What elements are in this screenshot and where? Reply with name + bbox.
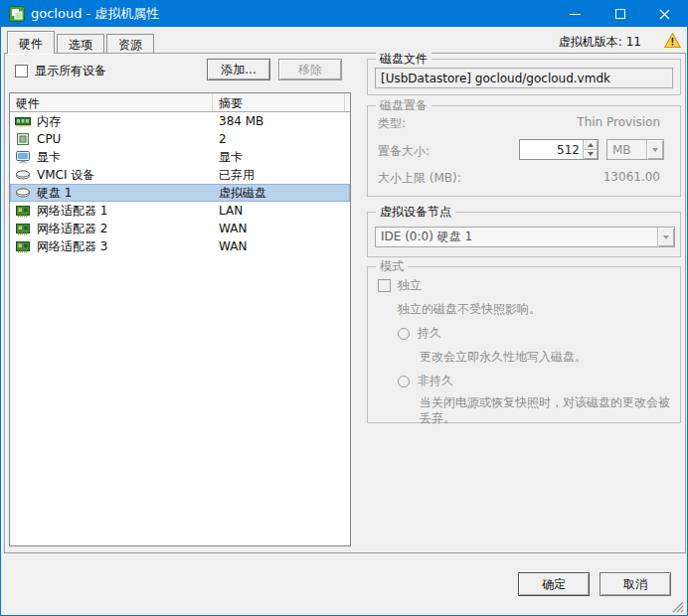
vm-version-label: 虚拟机版本: 11 bbox=[559, 34, 641, 51]
spinner-up-icon[interactable] bbox=[584, 140, 598, 150]
vmci-device-icon bbox=[15, 167, 31, 183]
add-device-button[interactable]: 添加... bbox=[207, 59, 270, 80]
tab-strip: 硬件选项资源 bbox=[7, 31, 156, 53]
hardware-list-header: 硬件 摘要 bbox=[10, 93, 350, 112]
disk-file-group: 磁盘文件 [UsbDatastore] gocloud/gocloud.vmdk bbox=[367, 59, 681, 95]
persistent-radio bbox=[398, 328, 410, 340]
cancel-button[interactable]: 取消 bbox=[600, 572, 671, 596]
device-summary: 显卡 bbox=[219, 149, 243, 166]
show-all-devices-checkbox[interactable] bbox=[15, 65, 28, 77]
display-icon bbox=[15, 149, 31, 165]
device-node-select[interactable]: IDE (0:0) 硬盘 1 bbox=[375, 227, 675, 247]
device-name: 网络适配器 3 bbox=[37, 238, 107, 255]
memory-icon bbox=[15, 113, 31, 129]
network-adapter-icon bbox=[15, 203, 31, 219]
disk-file-path-field[interactable]: [UsbDatastore] gocloud/gocloud.vmdk bbox=[375, 68, 673, 88]
hardware-row-5[interactable]: 硬盘 1虚拟磁盘 bbox=[10, 184, 350, 202]
disk-file-group-label: 磁盘文件 bbox=[376, 51, 431, 68]
hardware-list[interactable]: 硬件 摘要 内存384 MBCPU2显卡显卡VMCI 设备已弃用硬盘 1虚拟磁盘… bbox=[9, 92, 351, 546]
device-node-group-label: 虚拟设备节点 bbox=[376, 204, 455, 221]
size-unit-value: MB bbox=[607, 143, 646, 157]
size-unit-select: MB bbox=[606, 139, 664, 160]
device-summary: 虚拟磁盘 bbox=[219, 185, 266, 202]
nonpersistent-label: 非持久 bbox=[418, 373, 453, 389]
close-icon[interactable] bbox=[642, 1, 687, 27]
device-summary: LAN bbox=[219, 204, 243, 218]
hardware-row-7[interactable]: 网络适配器 2WAN bbox=[10, 220, 350, 237]
network-adapter-icon bbox=[15, 221, 31, 236]
spinner-down-icon[interactable] bbox=[584, 150, 598, 160]
persistent-label: 持久 bbox=[418, 325, 441, 342]
device-name: 网络适配器 2 bbox=[37, 221, 107, 237]
chevron-down-icon[interactable] bbox=[657, 228, 674, 246]
hardware-row-2[interactable]: CPU2 bbox=[10, 130, 350, 148]
device-name: 内存 bbox=[37, 113, 61, 130]
warning-icon[interactable] bbox=[664, 32, 681, 49]
maximize-icon[interactable] bbox=[598, 1, 642, 27]
tab-resources[interactable]: 资源 bbox=[106, 34, 154, 53]
hardware-row-6[interactable]: 网络适配器 1LAN bbox=[10, 202, 350, 220]
device-name: 网络适配器 1 bbox=[37, 203, 107, 220]
provision-type-label: 类型: bbox=[378, 115, 406, 132]
column-header-summary[interactable]: 摘要 bbox=[213, 93, 345, 111]
device-name: 硬盘 1 bbox=[37, 185, 72, 202]
device-summary: 384 MB bbox=[219, 114, 263, 128]
hardware-row-8[interactable]: 网络适配器 3WAN bbox=[10, 237, 350, 255]
tab-options[interactable]: 选项 bbox=[57, 34, 104, 53]
persistent-desc: 更改会立即永久性地写入磁盘。 bbox=[420, 349, 587, 366]
remove-device-button: 移除 bbox=[278, 59, 342, 80]
provision-type-value: Thin Provision bbox=[577, 115, 660, 129]
device-node-group: 虚拟设备节点 IDE (0:0) 硬盘 1 bbox=[367, 212, 681, 257]
resize-grip[interactable] bbox=[670, 598, 684, 612]
show-all-devices-label: 显示所有设备 bbox=[35, 63, 106, 79]
provision-size-stepper[interactable]: 512 bbox=[519, 139, 599, 160]
max-size-value: 13061.00 bbox=[603, 170, 660, 184]
nonpersistent-radio bbox=[398, 376, 410, 387]
device-name: VMCI 设备 bbox=[37, 167, 94, 184]
device-name: 显卡 bbox=[37, 149, 61, 166]
max-size-label: 大小上限 (MB): bbox=[378, 170, 461, 187]
device-node-value: IDE (0:0) 硬盘 1 bbox=[376, 229, 657, 245]
nonpersistent-desc: 当关闭电源或恢复快照时，对该磁盘的更改会被丢弃。 bbox=[420, 394, 674, 426]
hardware-row-3[interactable]: 显卡显卡 bbox=[10, 148, 350, 166]
device-summary: 2 bbox=[219, 132, 227, 146]
hardware-list-body: 内存384 MBCPU2显卡显卡VMCI 设备已弃用硬盘 1虚拟磁盘网络适配器 … bbox=[10, 112, 350, 255]
device-summary: 已弃用 bbox=[219, 167, 255, 184]
hardware-row-4[interactable]: VMCI 设备已弃用 bbox=[10, 166, 350, 184]
chevron-down-icon bbox=[646, 140, 663, 159]
mode-group: 模式 独立 独立的磁盘不受快照影响。 持久 更改会立即永久性地写入磁盘。 非持久… bbox=[367, 266, 681, 423]
minimize-icon[interactable] bbox=[553, 1, 598, 27]
device-name: CPU bbox=[37, 132, 61, 146]
titlebar: gocloud - 虚拟机属性 bbox=[1, 1, 687, 27]
device-summary: WAN bbox=[219, 222, 247, 235]
independent-label: 独立 bbox=[398, 277, 422, 294]
disk-provisioning-group-label: 磁盘置备 bbox=[376, 97, 431, 114]
provision-size-label: 置备大小: bbox=[378, 143, 430, 160]
cpu-icon bbox=[15, 131, 31, 147]
vmware-app-icon bbox=[9, 6, 25, 22]
independent-checkbox bbox=[378, 279, 391, 292]
ok-button[interactable]: 确定 bbox=[518, 572, 590, 596]
hardware-row-1[interactable]: 内存384 MB bbox=[10, 112, 350, 130]
column-header-hardware[interactable]: 硬件 bbox=[10, 93, 213, 111]
mode-group-label: 模式 bbox=[376, 258, 408, 275]
device-summary: WAN bbox=[219, 239, 247, 253]
window-title: gocloud - 虚拟机属性 bbox=[31, 5, 159, 23]
disk-provisioning-group: 磁盘置备 类型: Thin Provision 置备大小: 512 MB 大小上… bbox=[367, 105, 681, 197]
independent-desc: 独立的磁盘不受快照影响。 bbox=[398, 301, 541, 318]
vm-properties-dialog: gocloud - 虚拟机属性 硬件选项资源 虚拟机版本: 11 显示所有设备 … bbox=[0, 0, 688, 616]
provision-size-value[interactable]: 512 bbox=[520, 140, 583, 159]
network-adapter-icon bbox=[15, 238, 31, 254]
hard-disk-icon bbox=[15, 185, 31, 201]
tab-hardware[interactable]: 硬件 bbox=[7, 31, 55, 54]
